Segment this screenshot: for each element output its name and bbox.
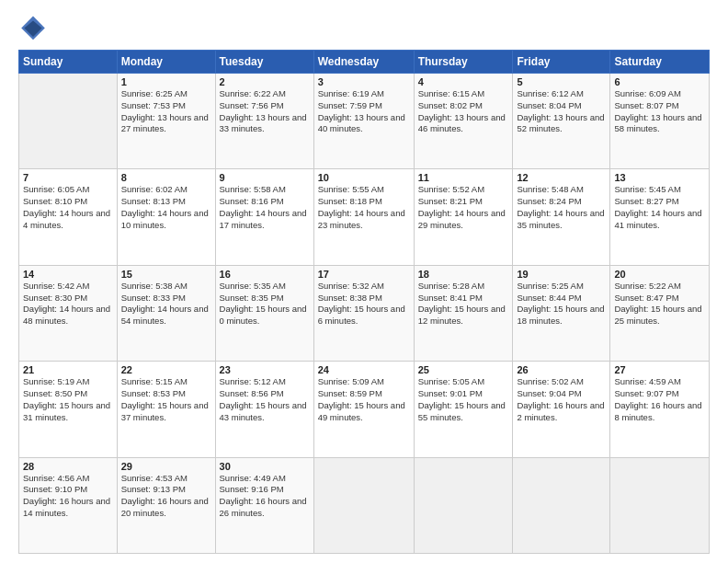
calendar-cell: 27Sunrise: 4:59 AMSunset: 9:07 PMDayligh…: [610, 362, 710, 457]
header: [18, 15, 710, 44]
column-header-monday: Monday: [117, 51, 215, 74]
day-info: Sunrise: 5:28 AMSunset: 8:41 PMDaylight:…: [418, 281, 509, 327]
day-number: 28: [23, 461, 113, 472]
day-number: 27: [614, 364, 705, 375]
column-header-saturday: Saturday: [610, 51, 710, 74]
day-number: 10: [318, 172, 410, 183]
day-number: 7: [23, 172, 113, 183]
day-number: 4: [418, 76, 509, 87]
day-info: Sunrise: 5:19 AMSunset: 8:50 PMDaylight:…: [23, 376, 113, 423]
column-header-friday: Friday: [513, 51, 610, 74]
day-number: 23: [220, 364, 310, 375]
day-info: Sunrise: 6:22 AMSunset: 7:56 PMDaylight:…: [220, 88, 310, 135]
calendar-cell: 26Sunrise: 5:02 AMSunset: 9:04 PMDayligh…: [513, 362, 610, 457]
day-info: Sunrise: 5:58 AMSunset: 8:16 PMDaylight:…: [220, 184, 310, 231]
day-number: 29: [121, 461, 211, 472]
calendar-cell: 14Sunrise: 5:42 AMSunset: 8:30 PMDayligh…: [19, 265, 118, 361]
day-number: 15: [121, 269, 211, 280]
calendar-page: SundayMondayTuesdayWednesdayThursdayFrid…: [0, 0, 728, 563]
column-header-sunday: Sunday: [19, 51, 118, 74]
calendar-header-row: SundayMondayTuesdayWednesdayThursdayFrid…: [19, 51, 710, 74]
day-info: Sunrise: 5:15 AMSunset: 8:53 PMDaylight:…: [121, 376, 211, 423]
calendar-cell: 17Sunrise: 5:32 AMSunset: 8:38 PMDayligh…: [313, 265, 414, 361]
calendar-cell: 19Sunrise: 5:25 AMSunset: 8:44 PMDayligh…: [513, 265, 610, 361]
calendar-cell: 5Sunrise: 6:12 AMSunset: 8:04 PMDaylight…: [513, 74, 610, 169]
day-number: 13: [614, 172, 705, 183]
day-info: Sunrise: 4:59 AMSunset: 9:07 PMDaylight:…: [614, 376, 705, 423]
calendar-cell: 21Sunrise: 5:19 AMSunset: 8:50 PMDayligh…: [19, 362, 118, 457]
day-number: 8: [121, 172, 211, 183]
day-info: Sunrise: 5:05 AMSunset: 9:01 PMDaylight:…: [418, 376, 509, 423]
day-info: Sunrise: 6:02 AMSunset: 8:13 PMDaylight:…: [121, 184, 211, 231]
calendar-cell: 16Sunrise: 5:35 AMSunset: 8:35 PMDayligh…: [215, 265, 313, 361]
column-header-tuesday: Tuesday: [215, 51, 313, 74]
calendar-cell: 29Sunrise: 4:53 AMSunset: 9:13 PMDayligh…: [117, 457, 215, 553]
logo: [18, 15, 51, 44]
calendar-cell: 6Sunrise: 6:09 AMSunset: 8:07 PMDaylight…: [610, 74, 710, 169]
day-number: 17: [318, 269, 410, 280]
calendar-cell: 25Sunrise: 5:05 AMSunset: 9:01 PMDayligh…: [414, 362, 513, 457]
day-number: 6: [614, 76, 705, 87]
day-info: Sunrise: 5:42 AMSunset: 8:30 PMDaylight:…: [23, 281, 113, 327]
calendar-week-row: 28Sunrise: 4:56 AMSunset: 9:10 PMDayligh…: [19, 457, 710, 553]
day-number: 19: [517, 269, 606, 280]
day-info: Sunrise: 5:45 AMSunset: 8:27 PMDaylight:…: [614, 184, 705, 231]
calendar-cell: 30Sunrise: 4:49 AMSunset: 9:16 PMDayligh…: [215, 457, 313, 553]
day-number: 26: [517, 364, 606, 375]
calendar-cell: 9Sunrise: 5:58 AMSunset: 8:16 PMDaylight…: [215, 169, 313, 265]
day-number: 14: [23, 269, 113, 280]
day-info: Sunrise: 5:12 AMSunset: 8:56 PMDaylight:…: [220, 376, 310, 423]
day-number: 25: [418, 364, 509, 375]
day-number: 9: [220, 172, 310, 183]
calendar-cell: [313, 457, 414, 553]
calendar-cell: 1Sunrise: 6:25 AMSunset: 7:53 PMDaylight…: [117, 74, 215, 169]
calendar-cell: 8Sunrise: 6:02 AMSunset: 8:13 PMDaylight…: [117, 169, 215, 265]
calendar-cell: [513, 457, 610, 553]
calendar-cell: 10Sunrise: 5:55 AMSunset: 8:18 PMDayligh…: [313, 169, 414, 265]
calendar-cell: 23Sunrise: 5:12 AMSunset: 8:56 PMDayligh…: [215, 362, 313, 457]
day-info: Sunrise: 6:12 AMSunset: 8:04 PMDaylight:…: [517, 88, 606, 135]
day-info: Sunrise: 4:56 AMSunset: 9:10 PMDaylight:…: [23, 473, 113, 520]
calendar-week-row: 21Sunrise: 5:19 AMSunset: 8:50 PMDayligh…: [19, 362, 710, 457]
day-info: Sunrise: 6:15 AMSunset: 8:02 PMDaylight:…: [418, 88, 509, 135]
calendar-cell: 24Sunrise: 5:09 AMSunset: 8:59 PMDayligh…: [313, 362, 414, 457]
column-header-thursday: Thursday: [414, 51, 513, 74]
day-info: Sunrise: 5:55 AMSunset: 8:18 PMDaylight:…: [318, 184, 410, 231]
day-number: 5: [517, 76, 606, 87]
calendar-cell: 11Sunrise: 5:52 AMSunset: 8:21 PMDayligh…: [414, 169, 513, 265]
day-number: 16: [220, 269, 310, 280]
calendar-table: SundayMondayTuesdayWednesdayThursdayFrid…: [18, 50, 710, 554]
day-info: Sunrise: 4:53 AMSunset: 9:13 PMDaylight:…: [121, 473, 211, 520]
day-number: 11: [418, 172, 509, 183]
day-info: Sunrise: 5:35 AMSunset: 8:35 PMDaylight:…: [220, 281, 310, 327]
day-info: Sunrise: 6:05 AMSunset: 8:10 PMDaylight:…: [23, 184, 113, 231]
day-number: 2: [220, 76, 310, 87]
calendar-cell: 7Sunrise: 6:05 AMSunset: 8:10 PMDaylight…: [19, 169, 118, 265]
calendar-cell: 13Sunrise: 5:45 AMSunset: 8:27 PMDayligh…: [610, 169, 710, 265]
logo-icon: [18, 15, 48, 44]
day-number: 30: [220, 461, 310, 472]
calendar-cell: 15Sunrise: 5:38 AMSunset: 8:33 PMDayligh…: [117, 265, 215, 361]
calendar-week-row: 7Sunrise: 6:05 AMSunset: 8:10 PMDaylight…: [19, 169, 710, 265]
day-info: Sunrise: 5:32 AMSunset: 8:38 PMDaylight:…: [318, 281, 410, 327]
calendar-cell: [610, 457, 710, 553]
calendar-cell: 22Sunrise: 5:15 AMSunset: 8:53 PMDayligh…: [117, 362, 215, 457]
day-info: Sunrise: 6:25 AMSunset: 7:53 PMDaylight:…: [121, 88, 211, 135]
calendar-cell: 12Sunrise: 5:48 AMSunset: 8:24 PMDayligh…: [513, 169, 610, 265]
day-number: 21: [23, 364, 113, 375]
day-number: 12: [517, 172, 606, 183]
day-number: 3: [318, 76, 410, 87]
day-info: Sunrise: 5:48 AMSunset: 8:24 PMDaylight:…: [517, 184, 606, 231]
day-info: Sunrise: 5:52 AMSunset: 8:21 PMDaylight:…: [418, 184, 509, 231]
day-info: Sunrise: 5:25 AMSunset: 8:44 PMDaylight:…: [517, 281, 606, 327]
day-info: Sunrise: 5:38 AMSunset: 8:33 PMDaylight:…: [121, 281, 211, 327]
calendar-week-row: 1Sunrise: 6:25 AMSunset: 7:53 PMDaylight…: [19, 74, 710, 169]
calendar-cell: 3Sunrise: 6:19 AMSunset: 7:59 PMDaylight…: [313, 74, 414, 169]
day-info: Sunrise: 5:22 AMSunset: 8:47 PMDaylight:…: [614, 281, 705, 327]
day-number: 1: [121, 76, 211, 87]
day-info: Sunrise: 4:49 AMSunset: 9:16 PMDaylight:…: [220, 473, 310, 520]
calendar-cell: [19, 74, 118, 169]
calendar-cell: 18Sunrise: 5:28 AMSunset: 8:41 PMDayligh…: [414, 265, 513, 361]
day-number: 22: [121, 364, 211, 375]
day-info: Sunrise: 6:09 AMSunset: 8:07 PMDaylight:…: [614, 88, 705, 135]
